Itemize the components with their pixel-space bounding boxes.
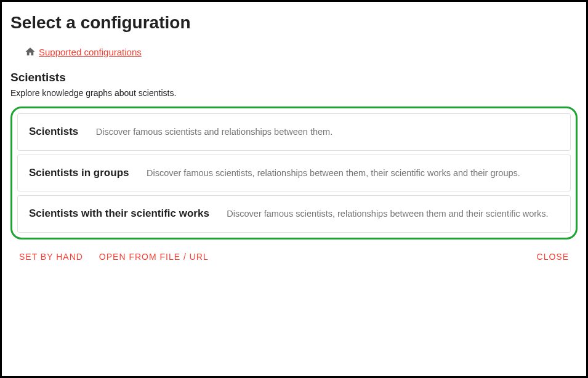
config-item-description: Discover famous scientists, relationship… <box>227 209 548 219</box>
home-icon <box>24 46 36 57</box>
config-item-description: Discover famous scientists, relationship… <box>147 168 520 178</box>
config-item-description: Discover famous scientists and relations… <box>96 127 332 137</box>
section-title: Scientists <box>10 71 578 84</box>
open-from-file-button[interactable]: OPEN FROM FILE / URL <box>97 248 211 265</box>
config-item-scientists-works[interactable]: Scientists with their scientific works D… <box>17 195 571 233</box>
config-item-scientists-in-groups[interactable]: Scientists in groups Discover famous sci… <box>17 155 571 192</box>
close-button[interactable]: CLOSE <box>534 248 571 265</box>
config-item-title: Scientists <box>29 126 78 137</box>
config-item-scientists[interactable]: Scientists Discover famous scientists an… <box>17 113 571 151</box>
dialog-actions: SET BY HAND OPEN FROM FILE / URL CLOSE <box>10 248 578 265</box>
supported-configurations-link[interactable]: Supported configurations <box>39 47 142 57</box>
config-item-title: Scientists with their scientific works <box>29 207 209 219</box>
section-description: Explore knowledge graphs about scientist… <box>10 88 578 98</box>
set-by-hand-button[interactable]: SET BY HAND <box>17 248 86 265</box>
config-list-frame: Scientists Discover famous scientists an… <box>10 107 578 239</box>
dialog-title: Select a configuration <box>10 13 578 33</box>
breadcrumb: Supported configurations <box>24 46 578 57</box>
config-item-title: Scientists in groups <box>29 167 129 179</box>
